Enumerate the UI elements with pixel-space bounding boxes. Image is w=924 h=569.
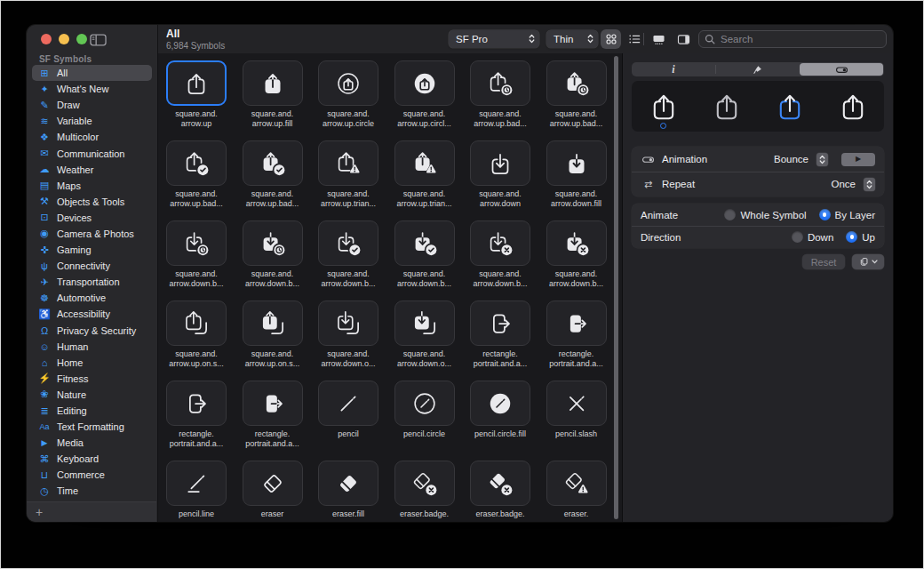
symbol-tile-square-arrow-down-badge-x-fill[interactable] [546, 220, 607, 266]
list-view-button[interactable] [624, 29, 644, 49]
search-field[interactable] [698, 30, 887, 48]
sidebar-item-draw[interactable]: ✎Draw [32, 97, 152, 113]
direction-option-down[interactable]: Down [792, 231, 833, 243]
symbol-tile-square-arrow-down-badge-check[interactable] [318, 220, 378, 266]
symbol-tile-rect-portrait-arrow[interactable] [470, 301, 530, 346]
symbol-tile-square-arrow-up-badge-check-fill[interactable] [243, 140, 303, 186]
animation-stepper[interactable] [816, 153, 828, 166]
weight-select[interactable]: Thin [546, 30, 598, 48]
radio-selected[interactable] [819, 209, 831, 220]
tab-rendering[interactable] [716, 62, 800, 76]
sidebar-item-transportation[interactable]: ✈Transportation [32, 274, 152, 290]
sidebar-item-weather[interactable]: ☁Weather [32, 162, 152, 178]
preview-variant-regular[interactable] [833, 81, 872, 132]
sidebar-item-time[interactable]: ◷Time [32, 483, 152, 499]
sidebar-item-all[interactable]: ⊞All [32, 65, 152, 81]
sidebar-item-communication[interactable]: ✉Communication [32, 145, 152, 161]
symbol-tile-eraser[interactable] [243, 461, 303, 506]
animate-option-whole-symbol[interactable]: Whole Symbol [724, 209, 806, 220]
symbol-tile-eraser-triangle[interactable] [546, 461, 607, 506]
sidebar-item-variable[interactable]: ≋Variable [32, 113, 152, 129]
sidebar-item-editing[interactable]: ≣Editing [32, 403, 152, 419]
symbol-tile-square-arrow-up-triangle[interactable] [318, 140, 378, 186]
symbol-tile-square-arrow-down-badge-check-fill[interactable] [394, 220, 455, 266]
font-select[interactable]: SF Pro [449, 30, 539, 48]
symbol-tile-pencil-line[interactable] [166, 461, 227, 506]
symbol-tile-square-arrow-up-on-square[interactable] [166, 301, 227, 346]
close-button[interactable] [41, 34, 52, 44]
preview-variant-regular[interactable] [644, 81, 683, 132]
minimize-button[interactable] [59, 34, 69, 44]
symbol-tile-square-arrow-up-circle-fill[interactable] [394, 60, 455, 106]
preview-variant-layer-highlight[interactable] [770, 81, 809, 132]
sidebar-item-what-s-new[interactable]: ✦What's New [32, 81, 152, 97]
sidebar-item-privacy-security[interactable]: ΩPrivacy & Security [32, 323, 152, 339]
symbol-tile-square-arrow-up-triangle-fill[interactable] [394, 140, 455, 186]
symbol-tile-rect-portrait-arrow-fill[interactable] [243, 381, 303, 426]
search-input[interactable] [719, 33, 880, 45]
symbol-tile-rect-portrait-arrow-fill[interactable] [546, 301, 607, 346]
symbol-tile-square-arrow-up-circle[interactable] [318, 60, 378, 106]
sidebar-item-home[interactable]: ⌂Home [32, 355, 152, 371]
symbol-tile-square-arrow-up-badge-clock[interactable] [470, 60, 530, 106]
sidebar-item-objects-tools[interactable]: ⚒Objects & Tools [32, 194, 152, 210]
symbol-cell: rectangle.portrait.and.a... [470, 301, 530, 368]
symbol-tile-square-arrow-down-badge-clock[interactable] [166, 220, 227, 266]
sidebar-item-multicolor[interactable]: ❖Multicolor [32, 129, 152, 145]
sidebar-item-keyboard[interactable]: ⌘Keyboard [32, 451, 152, 467]
symbol-tile-eraser-badge-x[interactable] [394, 461, 455, 506]
add-collection-button[interactable]: + [36, 504, 43, 520]
symbol-tile-square-arrow-up-badge-clock-fill[interactable] [546, 60, 607, 106]
sidebar-item-camera-photos[interactable]: ◉Camera & Photos [32, 226, 152, 242]
sidebar-item-commerce[interactable]: ⊔Commerce [32, 467, 152, 483]
sidebar-item-human[interactable]: ☺Human [32, 339, 152, 355]
sidebar-item-connectivity[interactable]: ψConnectivity [32, 258, 152, 274]
radio-selected[interactable] [846, 231, 857, 243]
symbol-tile-square-arrow-up-on-square-fill[interactable] [243, 301, 303, 346]
sparkle-icon: ✦ [37, 84, 52, 95]
sidebar-item-nature[interactable]: ❀Nature [32, 387, 152, 403]
animate-option-by-layer[interactable]: By Layer [819, 209, 875, 220]
sidebar-item-automotive[interactable]: ☸Automotive [32, 290, 152, 306]
symbol-tile-square-arrow-up[interactable] [166, 60, 227, 106]
direction-option-up[interactable]: Up [846, 231, 875, 243]
symbol-tile-rect-portrait-arrow[interactable] [166, 381, 227, 426]
symbol-tile-square-arrow-down[interactable] [470, 140, 530, 186]
symbol-tile-eraser-fill[interactable] [318, 461, 378, 506]
symbol-tile-square-arrow-up-fill[interactable] [243, 60, 303, 106]
preview-variant-dim[interactable] [707, 81, 746, 132]
grid-view-button[interactable] [601, 29, 621, 49]
radio-unselected[interactable] [724, 209, 736, 220]
symbol-tile-square-arrow-up-badge-check[interactable] [166, 140, 227, 186]
symbol-tile-square-arrow-down-fill[interactable] [546, 140, 607, 186]
zoom-button[interactable] [76, 34, 87, 44]
sidebar-item-gaming[interactable]: ✜Gaming [32, 242, 152, 258]
repeat-stepper[interactable] [864, 178, 875, 191]
reset-button[interactable]: Reset [802, 254, 845, 269]
tab-info[interactable]: i [632, 62, 715, 76]
export-button[interactable] [852, 254, 884, 269]
symbol-tile-square-arrow-down-on-square-fill[interactable] [394, 301, 455, 346]
symbol-tile-pencil-circle-fill[interactable] [470, 381, 530, 426]
sidebar-item-accessibility[interactable]: ♿Accessibility [32, 306, 152, 322]
tab-animation[interactable] [800, 63, 883, 76]
sidebar-toggle-icon[interactable] [89, 33, 107, 46]
symbol-tile-eraser-badge-x-fill[interactable] [470, 461, 530, 506]
symbol-tile-square-arrow-down-badge-clock-fill[interactable] [243, 220, 303, 266]
sidebar-item-text-formatting[interactable]: AaText Formatting [32, 419, 152, 435]
symbol-tile-pencil-slash[interactable] [546, 381, 607, 426]
sidebar-item-maps[interactable]: ▤Maps [32, 178, 152, 194]
sidebar-item-media[interactable]: ▶Media [32, 435, 152, 451]
symbol-tile-pencil-circle[interactable] [394, 381, 455, 426]
symbol-tile-square-arrow-down-on-square[interactable] [318, 301, 378, 346]
sidebar-item-devices[interactable]: ⊡Devices [32, 210, 152, 226]
symbol-tile-pencil[interactable] [318, 381, 378, 426]
radio-unselected[interactable] [792, 231, 803, 243]
inspector-toggle-button[interactable] [673, 29, 694, 49]
symbol-cell: square.and.arrow.down.o... [318, 301, 378, 368]
sidebar-item-fitness[interactable]: ⚡Fitness [32, 371, 152, 387]
gallery-view-button[interactable] [649, 29, 669, 49]
grid-scrollbar[interactable] [614, 56, 618, 519]
symbol-tile-square-arrow-down-badge-x[interactable] [470, 220, 530, 266]
play-button[interactable]: ▶ [841, 153, 875, 166]
